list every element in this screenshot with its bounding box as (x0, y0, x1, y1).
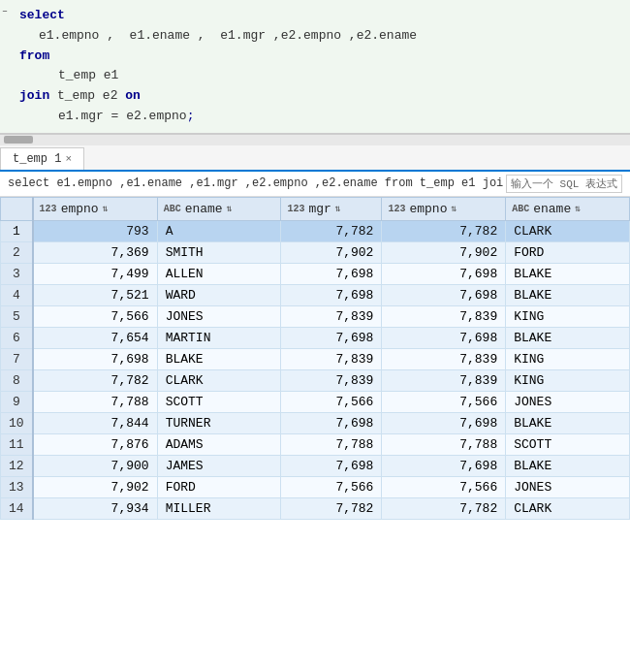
table-cell: 7,782 (382, 497, 506, 519)
table-cell: 7,839 (281, 369, 382, 391)
table-cell: SMITH (157, 241, 281, 263)
table-cell: CLARK (506, 497, 630, 519)
sql-select-fields: e1.empno , e1.ename , e1.mgr ,e2.empno ,… (0, 26, 630, 47)
sql-from: from (0, 47, 630, 67)
row-number: 7 (1, 348, 33, 369)
table-cell: 7,839 (382, 305, 506, 327)
sort-icon-mgr[interactable]: ⇅ (335, 203, 341, 214)
horizontal-scrollbar[interactable] (0, 134, 630, 145)
col-header-empno2[interactable]: 123 empno ⇅ (382, 197, 506, 220)
table-cell: 7,698 (281, 327, 382, 348)
table-cell: 7,369 (33, 241, 158, 263)
table-row: 1793A7,7827,782CLARK (1, 220, 630, 241)
sort-icon-ename2[interactable]: ⇅ (575, 203, 581, 214)
table-cell: 7,788 (33, 391, 158, 412)
table-cell: 7,839 (281, 305, 382, 327)
table-cell: 7,566 (281, 476, 382, 497)
col-header-mgr[interactable]: 123 mgr ⇅ (281, 197, 382, 220)
table-cell: JONES (506, 476, 630, 497)
table-row: 147,934MILLER7,7827,782CLARK (1, 497, 630, 519)
table-cell: KING (506, 348, 630, 369)
table-cell: JONES (157, 305, 281, 327)
table-row: 47,521WARD7,6987,698BLAKE (1, 284, 630, 305)
table-cell: 7,782 (33, 369, 158, 391)
table-cell: JAMES (157, 455, 281, 476)
table-cell: 7,876 (33, 433, 158, 455)
result-table: 123 empno ⇅ ABC ename ⇅ 123 mgr (0, 197, 630, 520)
table-cell: BLAKE (506, 327, 630, 348)
table-row: 57,566JONES7,8397,839KING (1, 305, 630, 327)
table-cell: 7,934 (33, 497, 158, 519)
table-cell: CLARK (506, 220, 630, 241)
row-num-header (1, 197, 33, 220)
table-cell: BLAKE (157, 348, 281, 369)
table-header-row: 123 empno ⇅ ABC ename ⇅ 123 mgr (1, 197, 630, 220)
col-header-ename2[interactable]: ABC ename ⇅ (506, 197, 630, 220)
table-cell: MILLER (157, 497, 281, 519)
table-cell: SCOTT (506, 433, 630, 455)
row-number: 13 (1, 476, 33, 497)
table-cell: 7,566 (33, 305, 158, 327)
table-cell: 7,698 (281, 455, 382, 476)
row-number: 2 (1, 241, 33, 263)
sql-edit-button[interactable]: 输入一个 SQL 表达式 (506, 175, 622, 193)
table-cell: KING (506, 305, 630, 327)
data-table-container: 123 empno ⇅ ABC ename ⇅ 123 mgr (0, 197, 630, 520)
tab-t-emp-1[interactable]: t_emp 1 × (0, 147, 84, 170)
table-cell: ADAMS (157, 433, 281, 455)
table-cell: 7,698 (382, 455, 506, 476)
table-row: 137,902FORD7,5667,566JONES (1, 476, 630, 497)
table-cell: 7,782 (382, 220, 506, 241)
table-cell: FORD (506, 241, 630, 263)
col-header-empno1[interactable]: 123 empno ⇅ (33, 197, 158, 220)
table-cell: KING (506, 369, 630, 391)
col-header-ename1[interactable]: ABC ename ⇅ (157, 197, 281, 220)
table-row: 27,369SMITH7,9027,902FORD (1, 241, 630, 263)
table-row: 97,788SCOTT7,5667,566JONES (1, 391, 630, 412)
table-row: 127,900JAMES7,6987,698BLAKE (1, 455, 630, 476)
table-row: 67,654MARTIN7,6987,698BLAKE (1, 327, 630, 348)
table-cell: JONES (506, 391, 630, 412)
tab-close-button[interactable]: × (65, 153, 72, 165)
table-cell: 7,839 (382, 369, 506, 391)
table-cell: 7,698 (281, 284, 382, 305)
table-row: 77,698BLAKE7,8397,839KING (1, 348, 630, 369)
table-cell: 7,902 (382, 241, 506, 263)
row-number: 6 (1, 327, 33, 348)
scroll-thumb[interactable] (4, 136, 33, 144)
keyword-select: select (19, 6, 65, 26)
table-cell: MARTIN (157, 327, 281, 348)
table-cell: A (157, 220, 281, 241)
row-number: 10 (1, 412, 33, 433)
sort-icon-empno2[interactable]: ⇅ (451, 203, 457, 214)
table-cell: 7,698 (382, 412, 506, 433)
table-cell: 7,698 (33, 348, 158, 369)
table-cell: 7,782 (281, 497, 382, 519)
table-cell: 7,698 (382, 263, 506, 284)
table-row: 37,499ALLEN7,6987,698BLAKE (1, 263, 630, 284)
table-row: 87,782CLARK7,8397,839KING (1, 369, 630, 391)
table-cell: ALLEN (157, 263, 281, 284)
row-number: 1 (1, 220, 33, 241)
sql-preview-text: select e1.empno ,e1.ename ,e1.mgr ,e2.em… (8, 176, 506, 190)
table-cell: 7,698 (382, 327, 506, 348)
sort-icon-empno1[interactable]: ⇅ (103, 203, 109, 214)
sort-icon-ename1[interactable]: ⇅ (227, 203, 233, 214)
row-number: 3 (1, 263, 33, 284)
row-number: 4 (1, 284, 33, 305)
table-cell: 7,499 (33, 263, 158, 284)
table-cell: 7,902 (33, 476, 158, 497)
table-cell: 7,566 (281, 391, 382, 412)
row-number: 8 (1, 369, 33, 391)
row-number: 14 (1, 497, 33, 519)
table-cell: 7,521 (33, 284, 158, 305)
table-cell: 7,698 (281, 412, 382, 433)
table-cell: 7,654 (33, 327, 158, 348)
table-cell: 7,698 (382, 284, 506, 305)
collapse-icon[interactable]: – (2, 6, 8, 16)
table-cell: 7,698 (281, 263, 382, 284)
sql-from-table: t_emp e1 (0, 66, 630, 86)
table-cell: 793 (33, 220, 158, 241)
table-cell: BLAKE (506, 263, 630, 284)
row-number: 12 (1, 455, 33, 476)
